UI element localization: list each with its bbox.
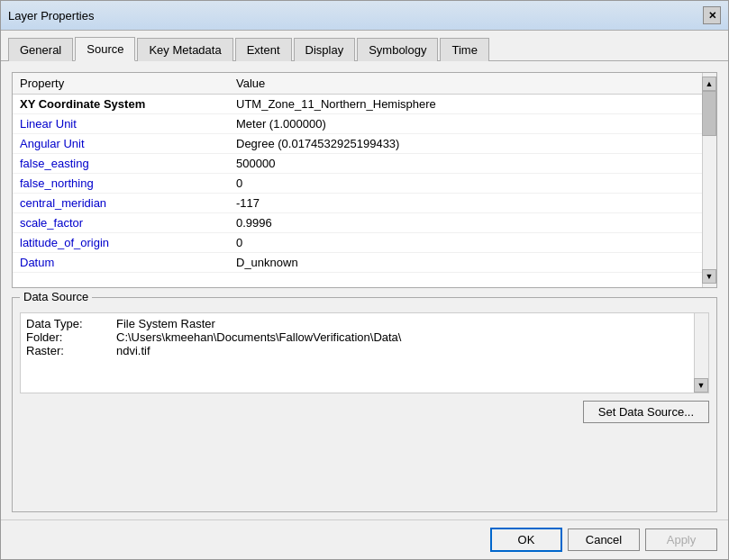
table-row: XY Coordinate System UTM_Zone_11_Norther… bbox=[13, 95, 716, 114]
data-type-value: File System Raster bbox=[116, 317, 703, 330]
scrollbar-track[interactable]: ▲ ▼ bbox=[702, 73, 716, 287]
close-button[interactable]: ✕ bbox=[703, 6, 721, 24]
tab-extent[interactable]: Extent bbox=[235, 38, 292, 61]
dialog-footer: OK Cancel Apply bbox=[1, 519, 728, 559]
table-row: latitude_of_origin 0 bbox=[13, 233, 716, 253]
scroll-thumb[interactable] bbox=[702, 91, 716, 136]
prop-value: -117 bbox=[236, 196, 709, 210]
prop-name: false_easting bbox=[20, 157, 236, 170]
prop-name: Angular Unit bbox=[20, 137, 236, 150]
ds-scroll-down-button[interactable]: ▼ bbox=[694, 378, 708, 393]
data-source-group-label: Data Source bbox=[20, 290, 92, 303]
cancel-button[interactable]: Cancel bbox=[568, 528, 640, 551]
tab-time[interactable]: Time bbox=[440, 38, 488, 61]
set-data-source-button[interactable]: Set Data Source... bbox=[583, 401, 709, 423]
scroll-up-button[interactable]: ▲ bbox=[702, 77, 716, 91]
folder-value: C:\Users\kmeehan\Documents\FallowVerific… bbox=[116, 330, 703, 344]
table-row: false_northing 0 bbox=[13, 174, 716, 194]
table-row: false_easting 500000 bbox=[13, 154, 716, 174]
data-source-row-raster: Raster: ndvi.tif bbox=[26, 344, 703, 357]
ok-button[interactable]: OK bbox=[490, 528, 562, 552]
data-type-label: Data Type: bbox=[26, 317, 116, 330]
content-area: Property Value XY Coordinate System UTM_… bbox=[1, 61, 728, 519]
table-row: scale_factor 0.9996 bbox=[13, 213, 716, 233]
prop-name: Linear Unit bbox=[20, 117, 236, 131]
title-bar: Layer Properties ✕ bbox=[1, 1, 728, 31]
prop-value: 0.9996 bbox=[236, 216, 709, 230]
apply-button[interactable]: Apply bbox=[645, 528, 717, 551]
prop-name: Datum bbox=[20, 256, 236, 269]
set-data-source-row: Set Data Source... bbox=[20, 395, 709, 427]
prop-value: 500000 bbox=[236, 157, 709, 170]
prop-name: false_northing bbox=[20, 176, 236, 190]
prop-value: Meter (1.000000) bbox=[236, 117, 709, 131]
scroll-down-button[interactable]: ▼ bbox=[702, 269, 716, 284]
tabs-bar: General Source Key Metadata Extent Displ… bbox=[1, 31, 728, 61]
properties-panel: Property Value XY Coordinate System UTM_… bbox=[12, 72, 717, 288]
prop-value: D_unknown bbox=[236, 256, 709, 269]
prop-name: XY Coordinate System bbox=[20, 97, 236, 111]
table-row: Linear Unit Meter (1.000000) bbox=[13, 114, 716, 134]
data-source-row-type: Data Type: File System Raster bbox=[26, 317, 703, 330]
table-row: Angular Unit Degree (0.0174532925199433) bbox=[13, 134, 716, 154]
prop-name: scale_factor bbox=[20, 216, 236, 230]
prop-name: central_meridian bbox=[20, 196, 236, 210]
prop-value: 0 bbox=[236, 236, 709, 249]
col-value-header: Value bbox=[236, 77, 709, 90]
tab-general[interactable]: General bbox=[8, 38, 73, 61]
tab-key-metadata[interactable]: Key Metadata bbox=[137, 38, 232, 61]
prop-value: Degree (0.0174532925199433) bbox=[236, 137, 709, 150]
properties-header: Property Value bbox=[13, 73, 716, 95]
prop-name: latitude_of_origin bbox=[20, 236, 236, 249]
data-source-row-folder: Folder: C:\Users\kmeehan\Documents\Fallo… bbox=[26, 330, 703, 344]
layer-properties-dialog: Layer Properties ✕ General Source Key Me… bbox=[0, 0, 729, 560]
data-source-group: Data Source Data Type: File System Raste… bbox=[12, 297, 717, 512]
raster-value: ndvi.tif bbox=[116, 344, 703, 357]
prop-value: 0 bbox=[236, 176, 709, 190]
tab-display[interactable]: Display bbox=[294, 38, 356, 61]
data-source-content-box[interactable]: Data Type: File System Raster Folder: C:… bbox=[20, 312, 709, 393]
table-row: Datum D_unknown bbox=[13, 253, 716, 273]
tab-source[interactable]: Source bbox=[75, 37, 135, 61]
property-table: XY Coordinate System UTM_Zone_11_Norther… bbox=[13, 95, 716, 275]
ds-scrollbar-track[interactable]: ▼ bbox=[694, 313, 708, 393]
tab-symbology[interactable]: Symbology bbox=[357, 38, 438, 61]
raster-label: Raster: bbox=[26, 344, 116, 357]
table-row: central_meridian -117 bbox=[13, 194, 716, 213]
prop-value: UTM_Zone_11_Northern_Hemisphere bbox=[236, 97, 709, 111]
folder-label: Folder: bbox=[26, 330, 116, 344]
col-property-header: Property bbox=[20, 77, 236, 90]
dialog-title: Layer Properties bbox=[8, 9, 94, 23]
